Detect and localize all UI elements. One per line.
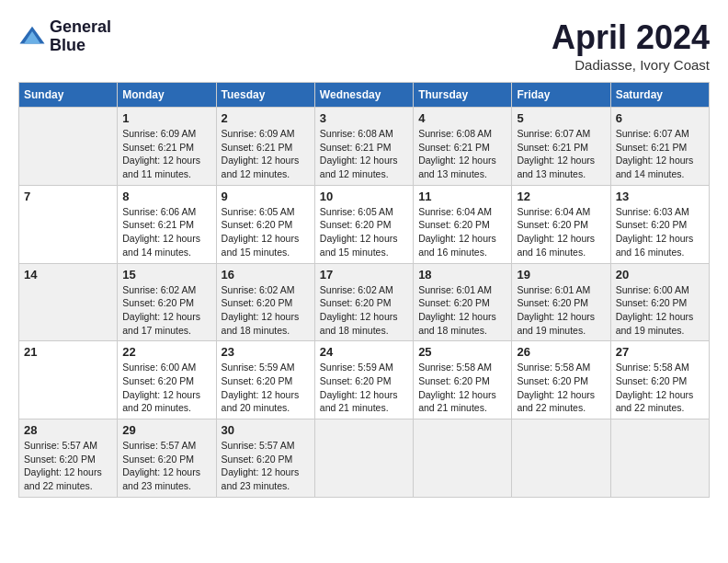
logo-line1: General: [50, 18, 111, 37]
day-info: Sunrise: 6:09 AMSunset: 6:21 PMDaylight:…: [222, 127, 310, 181]
day-info: Sunrise: 6:02 AMSunset: 6:20 PMDaylight:…: [222, 283, 310, 338]
header-day: Saturday: [610, 83, 709, 108]
calendar-cell: 17Sunrise: 6:02 AMSunset: 6:20 PMDayligh…: [314, 263, 413, 341]
calendar-cell: [512, 419, 610, 498]
header-day: Tuesday: [216, 83, 314, 108]
calendar-cell: 6Sunrise: 6:07 AMSunset: 6:21 PMDaylight…: [610, 108, 709, 186]
logo-text: General Blue: [50, 18, 111, 55]
calendar-cell: [610, 419, 709, 498]
calendar-cell: 16Sunrise: 6:02 AMSunset: 6:20 PMDayligh…: [216, 263, 314, 341]
day-number: 4: [418, 111, 506, 125]
month-title: April 2024: [552, 18, 710, 57]
calendar-cell: 1Sunrise: 6:09 AMSunset: 6:21 PMDaylight…: [118, 108, 216, 186]
day-number: 9: [222, 190, 310, 203]
calendar-week-row: 2122Sunrise: 6:00 AMSunset: 6:20 PMDayli…: [19, 341, 710, 419]
header-day: Monday: [118, 83, 216, 108]
day-number: 5: [517, 111, 605, 125]
calendar-week-row: 78Sunrise: 6:06 AMSunset: 6:21 PMDayligh…: [19, 185, 710, 263]
calendar-cell: 21: [19, 341, 118, 419]
day-number: 19: [517, 268, 605, 282]
calendar-week-row: 28Sunrise: 5:57 AMSunset: 6:20 PMDayligh…: [19, 419, 710, 498]
day-number: 18: [418, 268, 506, 282]
day-number: 27: [616, 345, 704, 359]
page-header: General Blue April 2024 Dadiasse, Ivory …: [18, 18, 710, 73]
day-number: 8: [122, 190, 210, 203]
calendar-cell: 8Sunrise: 6:06 AMSunset: 6:21 PMDaylight…: [118, 185, 216, 263]
day-number: 21: [24, 345, 112, 359]
day-info: Sunrise: 5:58 AMSunset: 6:20 PMDaylight:…: [616, 361, 704, 415]
day-info: Sunrise: 5:58 AMSunset: 6:20 PMDaylight:…: [517, 361, 605, 415]
day-info: Sunrise: 6:08 AMSunset: 6:21 PMDaylight:…: [418, 127, 506, 181]
calendar-cell: 9Sunrise: 6:05 AMSunset: 6:20 PMDaylight…: [216, 185, 314, 263]
calendar-cell: 12Sunrise: 6:04 AMSunset: 6:20 PMDayligh…: [512, 185, 610, 263]
day-info: Sunrise: 6:09 AMSunset: 6:21 PMDaylight:…: [122, 127, 210, 181]
title-area: April 2024 Dadiasse, Ivory Coast: [552, 18, 710, 73]
calendar-cell: 23Sunrise: 5:59 AMSunset: 6:20 PMDayligh…: [216, 341, 314, 419]
day-number: 20: [616, 268, 704, 282]
header-day: Thursday: [414, 83, 512, 108]
day-info: Sunrise: 6:03 AMSunset: 6:20 PMDaylight:…: [616, 205, 704, 259]
calendar-cell: 22Sunrise: 6:00 AMSunset: 6:20 PMDayligh…: [118, 341, 216, 419]
day-info: Sunrise: 6:06 AMSunset: 6:21 PMDaylight:…: [122, 205, 210, 259]
calendar-table: SundayMondayTuesdayWednesdayThursdayFrid…: [18, 82, 710, 498]
day-info: Sunrise: 6:08 AMSunset: 6:21 PMDaylight:…: [320, 127, 408, 181]
day-info: Sunrise: 6:00 AMSunset: 6:20 PMDaylight:…: [122, 361, 210, 415]
calendar-cell: 30Sunrise: 5:57 AMSunset: 6:20 PMDayligh…: [216, 419, 314, 498]
calendar-cell: 24Sunrise: 5:59 AMSunset: 6:20 PMDayligh…: [314, 341, 413, 419]
calendar-cell: 25Sunrise: 5:58 AMSunset: 6:20 PMDayligh…: [414, 341, 512, 419]
calendar-cell: [314, 419, 413, 498]
day-info: Sunrise: 6:01 AMSunset: 6:20 PMDaylight:…: [418, 283, 506, 338]
calendar-cell: 7: [19, 185, 118, 263]
day-info: Sunrise: 5:57 AMSunset: 6:20 PMDaylight:…: [24, 439, 112, 493]
calendar-cell: 10Sunrise: 6:05 AMSunset: 6:20 PMDayligh…: [314, 185, 413, 263]
logo-line2: Blue: [50, 37, 111, 55]
day-info: Sunrise: 5:57 AMSunset: 6:20 PMDaylight:…: [122, 439, 210, 493]
day-number: 3: [320, 111, 408, 125]
calendar-cell: 27Sunrise: 5:58 AMSunset: 6:20 PMDayligh…: [610, 341, 709, 419]
day-number: 6: [616, 111, 704, 125]
calendar-cell: 13Sunrise: 6:03 AMSunset: 6:20 PMDayligh…: [610, 185, 709, 263]
day-info: Sunrise: 6:04 AMSunset: 6:20 PMDaylight:…: [418, 205, 506, 259]
day-info: Sunrise: 6:05 AMSunset: 6:20 PMDaylight:…: [320, 205, 408, 259]
day-info: Sunrise: 6:00 AMSunset: 6:20 PMDaylight:…: [616, 283, 704, 338]
day-info: Sunrise: 5:57 AMSunset: 6:20 PMDaylight:…: [222, 439, 310, 493]
calendar-cell: 29Sunrise: 5:57 AMSunset: 6:20 PMDayligh…: [118, 419, 216, 498]
day-number: 22: [122, 345, 210, 359]
day-number: 28: [24, 423, 112, 437]
day-info: Sunrise: 5:59 AMSunset: 6:20 PMDaylight:…: [320, 361, 408, 415]
calendar-week-row: 1Sunrise: 6:09 AMSunset: 6:21 PMDaylight…: [19, 108, 710, 186]
day-number: 25: [418, 345, 506, 359]
day-info: Sunrise: 5:58 AMSunset: 6:20 PMDaylight:…: [418, 361, 506, 415]
calendar-cell: 3Sunrise: 6:08 AMSunset: 6:21 PMDaylight…: [314, 108, 413, 186]
location-title: Dadiasse, Ivory Coast: [552, 57, 710, 73]
day-number: 14: [24, 268, 112, 282]
calendar-cell: 2Sunrise: 6:09 AMSunset: 6:21 PMDaylight…: [216, 108, 314, 186]
day-number: 26: [517, 345, 605, 359]
day-info: Sunrise: 5:59 AMSunset: 6:20 PMDaylight:…: [222, 361, 310, 415]
day-number: 30: [222, 423, 310, 437]
calendar-cell: 18Sunrise: 6:01 AMSunset: 6:20 PMDayligh…: [414, 263, 512, 341]
logo-icon: [18, 23, 46, 51]
calendar-cell: 14: [19, 263, 118, 341]
day-number: 7: [24, 190, 112, 203]
header-row: SundayMondayTuesdayWednesdayThursdayFrid…: [19, 83, 710, 108]
calendar-cell: 15Sunrise: 6:02 AMSunset: 6:20 PMDayligh…: [118, 263, 216, 341]
day-number: 24: [320, 345, 408, 359]
calendar-cell: 19Sunrise: 6:01 AMSunset: 6:20 PMDayligh…: [512, 263, 610, 341]
day-number: 16: [222, 268, 310, 282]
calendar-cell: 11Sunrise: 6:04 AMSunset: 6:20 PMDayligh…: [414, 185, 512, 263]
day-info: Sunrise: 6:01 AMSunset: 6:20 PMDaylight:…: [517, 283, 605, 338]
day-info: Sunrise: 6:02 AMSunset: 6:20 PMDaylight:…: [122, 283, 210, 338]
day-number: 12: [517, 190, 605, 203]
day-number: 13: [616, 190, 704, 203]
day-info: Sunrise: 6:02 AMSunset: 6:20 PMDaylight:…: [320, 283, 408, 338]
calendar-week-row: 1415Sunrise: 6:02 AMSunset: 6:20 PMDayli…: [19, 263, 710, 341]
calendar-cell: 28Sunrise: 5:57 AMSunset: 6:20 PMDayligh…: [19, 419, 118, 498]
header-day: Friday: [512, 83, 610, 108]
header-day: Sunday: [19, 83, 118, 108]
day-number: 10: [320, 190, 408, 203]
day-number: 15: [122, 268, 210, 282]
calendar-cell: 5Sunrise: 6:07 AMSunset: 6:21 PMDaylight…: [512, 108, 610, 186]
day-info: Sunrise: 6:04 AMSunset: 6:20 PMDaylight:…: [517, 205, 605, 259]
day-info: Sunrise: 6:07 AMSunset: 6:21 PMDaylight:…: [517, 127, 605, 181]
